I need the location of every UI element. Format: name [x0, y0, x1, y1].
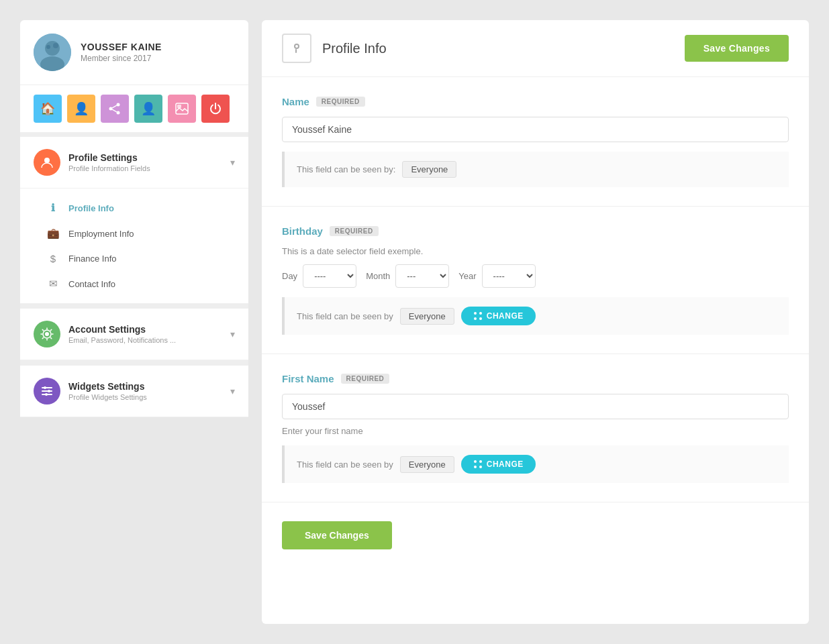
profile-settings-title: Profile Settings	[68, 152, 222, 163]
finance-info-icon: $	[47, 253, 59, 264]
sidebar-item-employment-info[interactable]: 💼 Employment Info	[20, 221, 248, 246]
name-required-badge: REQUIRED	[316, 97, 365, 107]
widgets-settings-header[interactable]: Widgets Settings Profile Widgets Setting…	[20, 366, 248, 417]
profile-info-icon: ℹ	[47, 202, 59, 214]
widgets-settings-subtitle: Profile Widgets Settings	[68, 393, 222, 401]
account-settings-header[interactable]: Account Settings Email, Password, Notifi…	[20, 309, 248, 360]
page-icon	[282, 34, 311, 63]
day-label: Day	[282, 271, 297, 281]
svg-point-26	[479, 317, 482, 320]
profile-nav-button[interactable]: 👤	[134, 95, 162, 123]
svg-point-7	[117, 111, 120, 115]
sidebar-nav-icons: 🏠 👤 👤	[20, 85, 248, 133]
firstname-visibility-row: This field can be seen by Everyone CHANG…	[282, 445, 789, 483]
share-nav-button[interactable]	[101, 95, 129, 123]
name-field-section: Name REQUIRED This field can be seen by:…	[262, 77, 809, 207]
name-visibility-label: This field can be seen by:	[297, 164, 395, 174]
form-footer: Save Changes	[262, 502, 809, 568]
account-settings-chevron: ▾	[230, 329, 235, 339]
svg-point-24	[479, 312, 482, 315]
profile-settings-section: Profile Settings Profile Information Fie…	[20, 133, 248, 303]
finance-info-label: Finance Info	[68, 254, 117, 264]
firstname-change-button[interactable]: CHANGE	[461, 455, 536, 474]
user-since: Member since 2017	[81, 54, 162, 63]
svg-point-28	[479, 460, 482, 463]
profile-settings-chevron: ▾	[230, 157, 235, 168]
firstname-input[interactable]	[282, 394, 789, 419]
firstname-change-label: CHANGE	[487, 460, 524, 469]
birthday-change-label: CHANGE	[487, 311, 524, 321]
birthday-selects-row: Day ---- Month --- Year ----	[282, 264, 789, 288]
avatar	[34, 34, 71, 71]
main-content: Profile Info Save Changes Name REQUIRED …	[262, 20, 809, 624]
birthday-visibility-value: Everyone	[400, 308, 454, 325]
account-settings-title: Account Settings	[68, 324, 222, 335]
birthday-description: This is a date selector field exemple.	[282, 246, 789, 256]
svg-line-9	[112, 109, 117, 112]
power-nav-button[interactable]	[201, 95, 230, 123]
svg-point-3	[46, 45, 50, 49]
svg-point-19	[48, 390, 50, 392]
widgets-settings-section: Widgets Settings Profile Widgets Setting…	[20, 360, 248, 417]
user-nav-button[interactable]: 👤	[67, 95, 95, 123]
svg-point-23	[474, 312, 477, 315]
employment-info-label: Employment Info	[68, 229, 134, 239]
firstname-visibility-value: Everyone	[400, 456, 454, 473]
profile-settings-icon	[34, 149, 60, 176]
profile-settings-header[interactable]: Profile Settings Profile Information Fie…	[20, 137, 248, 189]
svg-point-5	[117, 103, 120, 107]
svg-rect-22	[295, 49, 297, 53]
birthday-year-select[interactable]: ----	[482, 264, 536, 288]
month-label: Month	[366, 271, 390, 281]
birthday-change-button[interactable]: CHANGE	[461, 307, 536, 325]
svg-point-30	[479, 466, 482, 468]
name-visibility-value: Everyone	[402, 161, 456, 178]
account-settings-icon	[34, 321, 60, 347]
image-nav-button[interactable]	[168, 95, 196, 123]
user-name: YOUSSEF KAINE	[81, 42, 162, 52]
firstname-description: Enter your first name	[282, 426, 789, 436]
name-field-label: Name	[282, 96, 309, 107]
firstname-visibility-label: This field can be seen by	[297, 460, 393, 470]
save-changes-button-bottom[interactable]: Save Changes	[282, 521, 392, 549]
year-label: Year	[458, 271, 476, 281]
svg-point-13	[45, 332, 49, 336]
home-nav-button[interactable]: 🏠	[34, 95, 62, 123]
svg-point-18	[44, 386, 46, 389]
account-settings-section: Account Settings Email, Password, Notifi…	[20, 303, 248, 360]
birthday-day-select[interactable]: ----	[303, 264, 356, 288]
svg-point-12	[44, 158, 50, 163]
widgets-settings-icon	[34, 378, 60, 405]
birthday-field-section: Birthday REQUIRED This is a date selecto…	[262, 207, 809, 354]
sidebar-item-contact-info[interactable]: ✉ Contact Info	[20, 271, 248, 297]
save-changes-button-top[interactable]: Save Changes	[685, 35, 789, 62]
firstname-field-label: First Name	[282, 373, 334, 384]
widgets-settings-chevron: ▾	[230, 386, 235, 396]
name-visibility-row: This field can be seen by: Everyone	[282, 152, 789, 187]
svg-point-29	[474, 466, 477, 468]
sidebar-item-finance-info[interactable]: $ Finance Info	[20, 246, 248, 271]
form-body: Name REQUIRED This field can be seen by:…	[262, 77, 809, 568]
svg-line-8	[112, 105, 117, 108]
svg-point-4	[53, 43, 58, 48]
birthday-required-badge: REQUIRED	[330, 226, 379, 236]
page-header: Profile Info Save Changes	[262, 20, 809, 77]
profile-settings-subtitle: Profile Information Fields	[68, 164, 222, 172]
svg-point-21	[295, 44, 299, 48]
svg-point-6	[109, 107, 113, 111]
employment-info-icon: 💼	[47, 227, 59, 239]
birthday-visibility-label: This field can be seen by	[297, 311, 393, 321]
contact-info-icon: ✉	[47, 278, 59, 290]
profile-sub-menu: ℹ Profile Info 💼 Employment Info $ Finan…	[20, 189, 248, 303]
birthday-visibility-row: This field can be seen by Everyone CHANG…	[282, 297, 789, 335]
contact-info-label: Contact Info	[68, 279, 115, 289]
svg-point-25	[474, 317, 477, 320]
user-info: YOUSSEF KAINE Member since 2017	[81, 42, 162, 63]
sidebar-item-profile-info[interactable]: ℹ Profile Info	[20, 195, 248, 221]
account-settings-subtitle: Email, Password, Notifications ...	[68, 336, 222, 344]
birthday-month-select[interactable]: ---	[395, 264, 449, 288]
name-input[interactable]	[282, 117, 789, 142]
widgets-settings-title: Widgets Settings	[68, 381, 222, 392]
firstname-required-badge: REQUIRED	[341, 374, 390, 384]
profile-info-label: Profile Info	[68, 203, 114, 213]
